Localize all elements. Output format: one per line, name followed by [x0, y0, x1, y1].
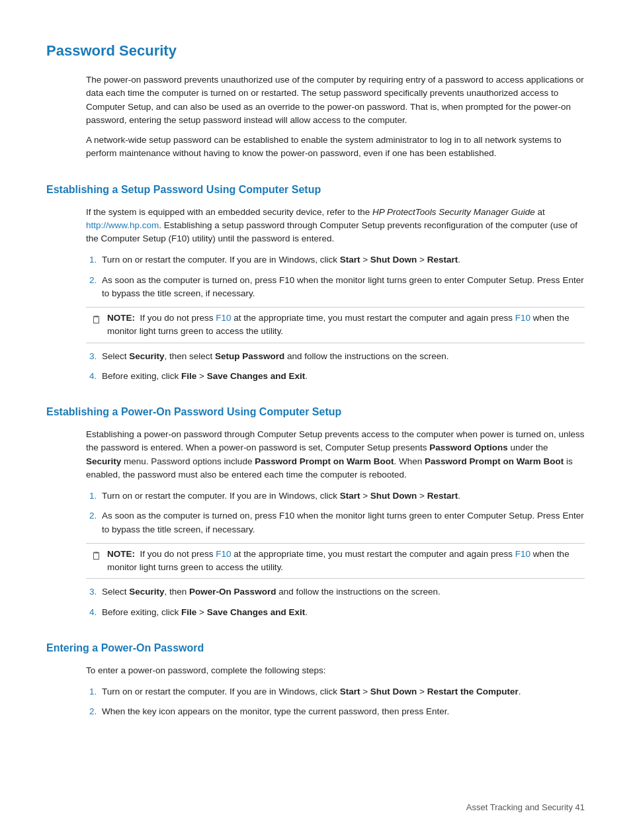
section1-intro-text: If the system is equipped with an embedd…	[86, 206, 585, 246]
section1-step-4: Before exiting, click File > Save Change…	[99, 370, 585, 383]
section1-step-1: Turn on or restart the computer. If you …	[99, 253, 585, 267]
section1-heading: Establishing a Setup Password Using Comp…	[46, 182, 585, 198]
section2-intro-text: Establishing a power-on password through…	[86, 428, 585, 482]
section2-step-1: Turn on or restart the computer. If you …	[99, 489, 585, 503]
intro-paragraph-2: A network-wide setup password can be est…	[86, 134, 585, 161]
section2-steps: Turn on or restart the computer. If you …	[86, 489, 585, 536]
section1-steps: Turn on or restart the computer. If you …	[86, 253, 585, 300]
section1-intro: If the system is equipped with an embedd…	[86, 206, 585, 246]
page-title: Password Security	[46, 40, 585, 62]
note-icon-2: 🗒	[91, 548, 102, 564]
section1-link[interactable]: http://www.hp.com	[86, 220, 159, 230]
section1-note-text: NOTE: If you do not press F10 at the app…	[107, 312, 579, 339]
section2-step-4: Before exiting, click File > Save Change…	[99, 606, 585, 619]
section2-intro: Establishing a power-on password through…	[86, 428, 585, 482]
section2-heading: Establishing a Power-On Password Using C…	[46, 404, 585, 420]
section3-intro: To enter a power-on password, complete t…	[86, 664, 585, 677]
section2-note-text: NOTE: If you do not press F10 at the app…	[107, 548, 579, 575]
note-icon: 🗒	[91, 312, 102, 328]
section1-note: 🗒 NOTE: If you do not press F10 at the a…	[86, 307, 585, 343]
intro-section: The power-on password prevents unauthori…	[86, 73, 585, 161]
section3-steps: Turn on or restart the computer. If you …	[86, 685, 585, 719]
section1-steps-2: Select Security, then select Setup Passw…	[86, 350, 585, 384]
section1-step-3: Select Security, then select Setup Passw…	[99, 350, 585, 363]
section3-step-1: Turn on or restart the computer. If you …	[99, 685, 585, 698]
intro-paragraph-1: The power-on password prevents unauthori…	[86, 73, 585, 127]
section3-step-2: When the key icon appears on the monitor…	[99, 705, 585, 718]
section2-note: 🗒 NOTE: If you do not press F10 at the a…	[86, 543, 585, 579]
page-footer: Asset Tracking and Security 41	[466, 801, 585, 814]
section3-heading: Entering a Power-On Password	[46, 640, 585, 656]
section1-step-2: As soon as the computer is turned on, pr…	[99, 274, 585, 301]
section2-steps-2: Select Security, then Power-On Password …	[86, 585, 585, 619]
section2-step-3: Select Security, then Power-On Password …	[99, 585, 585, 599]
section2-step-2: As soon as the computer is turned on, pr…	[99, 509, 585, 536]
section3-intro-text: To enter a power-on password, complete t…	[86, 664, 585, 677]
footer-text: Asset Tracking and Security 41	[466, 802, 585, 812]
